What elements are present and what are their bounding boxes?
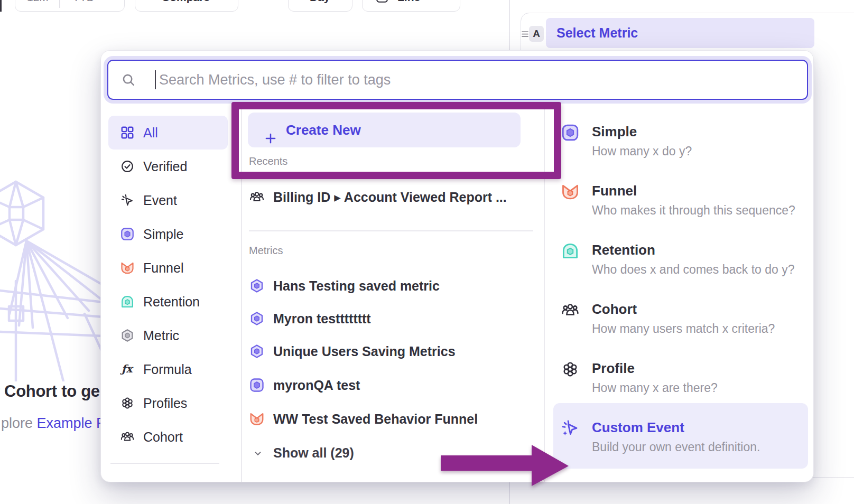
wireframe-illustration: [0, 175, 104, 381]
recent-item[interactable]: Billing ID ▸ Account Viewed Report ...: [248, 182, 533, 212]
sidebar-item-simple[interactable]: Simple: [108, 217, 228, 251]
profiles-icon: [561, 360, 580, 379]
funnel-icon: [249, 411, 265, 427]
metric-list-item[interactable]: myronQA test: [248, 370, 533, 400]
simple-icon: [561, 123, 580, 142]
sidebar-item-all[interactable]: All: [108, 116, 228, 150]
tag-icon: [120, 482, 135, 482]
type-option-custom-event[interactable]: Custom Event Build your own event defini…: [553, 403, 808, 469]
sidebar-item-label: Formula: [143, 352, 192, 386]
simple-icon: [249, 377, 265, 393]
sidebar-item-label: Event: [143, 183, 177, 217]
sidebar-item-verified[interactable]: Verified: [108, 150, 228, 183]
annotation-arrow: [438, 443, 572, 491]
search-input[interactable]: [108, 61, 807, 99]
metric-list-item[interactable]: Hans Testing saved metric: [248, 271, 533, 301]
chart-type-line-button[interactable]: Line: [362, 0, 460, 12]
sidebar-item-label: Metric: [143, 319, 179, 352]
retention-icon: [561, 241, 580, 260]
cohort-icon: [249, 189, 265, 205]
sidebar-item-profiles[interactable]: Profiles: [108, 386, 228, 420]
sidebar-item-retention[interactable]: Retention: [108, 285, 228, 319]
metric-list-item[interactable]: Myron testttttttt: [248, 304, 533, 333]
range-12m-button[interactable]: 12M: [27, 0, 49, 4]
sidebar-item-label: All: [143, 116, 158, 150]
type-option-cohort[interactable]: Cohort How many users match x criteria?: [553, 285, 808, 350]
sidebar-item-label: Cohort: [143, 420, 183, 454]
sidebar-item-cohort[interactable]: Cohort: [108, 420, 228, 454]
line-chart-icon: [375, 0, 389, 4]
app-screen: 12M YTD Compare Day Line r C: [0, 0, 854, 504]
compare-button[interactable]: Compare: [135, 0, 238, 12]
sidebar-item-label: Funnel: [143, 251, 183, 285]
sidebar-item-metric[interactable]: Metric: [108, 319, 228, 352]
background-heading-fragment: r Cohort to ge: [0, 382, 100, 401]
grid-icon: [120, 125, 135, 140]
event-icon: [120, 193, 135, 208]
search-box[interactable]: [107, 60, 808, 100]
metric-list-item[interactable]: WW Test Saved Behavior Funnel: [248, 404, 533, 434]
drag-handle-icon[interactable]: [521, 29, 530, 39]
sidebar-item-label: Retention: [143, 285, 200, 319]
type-option-simple[interactable]: Simple How many x do y?: [553, 107, 808, 173]
metric-letter-badge: A: [529, 26, 544, 42]
saved-metric-icon: [249, 311, 265, 326]
sidebar-item-event[interactable]: Event: [108, 183, 228, 217]
saved-metric-icon: [249, 343, 265, 359]
sidebar-item-tags-partial[interactable]: [108, 472, 228, 482]
chevron-down-icon: [252, 447, 264, 459]
cohort-icon: [120, 430, 135, 444]
funnel-icon: [561, 182, 580, 201]
date-range-segmented-control[interactable]: 12M YTD: [15, 0, 125, 12]
sidebar-item-label: Verified: [143, 150, 187, 183]
verified-icon: [120, 159, 135, 174]
custom-event-icon: [561, 419, 580, 438]
select-metric-button[interactable]: Select Metric: [546, 18, 814, 48]
metric-list-item[interactable]: Unique Users Saving Metrics: [248, 337, 533, 366]
metrics-section-label: Metrics: [249, 245, 283, 257]
annotation-highlight-box: [231, 102, 561, 179]
window-edge-sliver: [0, 0, 2, 12]
retention-icon: [120, 294, 135, 309]
saved-metric-icon: [249, 278, 265, 294]
section-divider: [249, 230, 533, 231]
background-explore-line: plore Example R: [1, 415, 107, 432]
simple-icon: [120, 227, 135, 241]
sidebar-item-formula[interactable]: Formula: [108, 352, 228, 386]
metric-icon: [120, 328, 135, 343]
segment-divider: [59, 0, 60, 8]
sidebar-item-label: Simple: [143, 217, 183, 251]
sidebar-item-funnel[interactable]: Funnel: [108, 251, 228, 285]
type-option-funnel[interactable]: Funnel Who makes it through this sequenc…: [553, 166, 808, 232]
example-reports-link[interactable]: Example R: [37, 415, 107, 431]
cohort-icon: [561, 301, 580, 320]
sidebar-divider: [110, 463, 219, 464]
explore-text-fragment: plore: [1, 415, 37, 431]
formula-icon: [120, 362, 135, 377]
type-option-retention[interactable]: Retention Who does x and comes back to d…: [553, 226, 808, 291]
type-option-profile[interactable]: Profile How many x are there?: [553, 344, 808, 409]
profiles-icon: [120, 396, 135, 410]
sidebar-item-label: Profiles: [143, 386, 187, 420]
range-ytd-button[interactable]: YTD: [72, 0, 95, 4]
granularity-day-button[interactable]: Day: [288, 0, 352, 12]
funnel-icon: [120, 260, 135, 275]
